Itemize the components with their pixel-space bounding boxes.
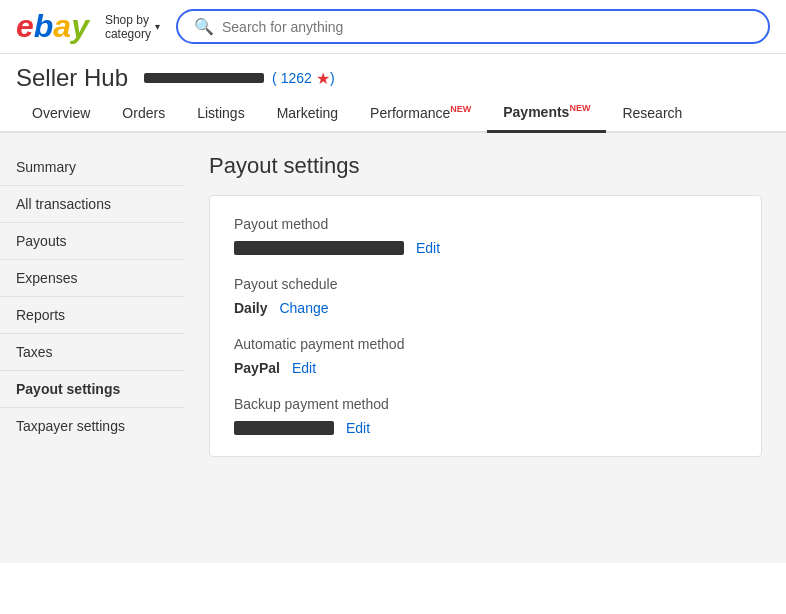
seller-hub-title: Seller Hub [16, 64, 128, 92]
search-bar[interactable]: 🔍 [176, 9, 770, 44]
automatic-payment-label: Automatic payment method [234, 336, 737, 352]
tab-marketing-label: Marketing [277, 105, 338, 121]
sidebar: Summary All transactions Payouts Expense… [0, 133, 185, 563]
backup-payment-row: Edit [234, 420, 737, 436]
tab-listings-label: Listings [197, 105, 244, 121]
tab-overview[interactable]: Overview [16, 97, 106, 131]
payout-method-label: Payout method [234, 216, 737, 232]
payout-settings-card: Payout method Edit Payout schedule Daily… [209, 195, 762, 457]
sidebar-item-expenses[interactable]: Expenses [0, 260, 185, 297]
main-layout: Summary All transactions Payouts Expense… [0, 133, 786, 563]
automatic-payment-section: Automatic payment method PayPal Edit [234, 336, 737, 376]
backup-payment-section: Backup payment method Edit [234, 396, 737, 436]
tab-orders-label: Orders [122, 105, 165, 121]
payout-schedule-section: Payout schedule Daily Change [234, 276, 737, 316]
backup-payment-masked [234, 421, 334, 435]
tab-orders[interactable]: Orders [106, 97, 181, 131]
main-content: Payout settings Payout method Edit Payou… [185, 133, 786, 563]
sidebar-item-taxpayer-settings-label: Taxpayer settings [16, 418, 125, 434]
page-title: Payout settings [209, 153, 762, 179]
sidebar-item-all-transactions[interactable]: All transactions [0, 186, 185, 223]
search-input[interactable] [222, 19, 752, 35]
sidebar-item-payouts-label: Payouts [16, 233, 67, 249]
payments-new-badge: NEW [569, 103, 590, 113]
backup-payment-label: Backup payment method [234, 396, 737, 412]
tab-performance-label: Performance [370, 105, 450, 121]
payout-method-masked [234, 241, 404, 255]
payout-method-section: Payout method Edit [234, 216, 737, 256]
sidebar-item-payout-settings-label: Payout settings [16, 381, 120, 397]
sidebar-item-reports-label: Reports [16, 307, 65, 323]
sidebar-item-payout-settings[interactable]: Payout settings [0, 371, 185, 408]
seller-hub-bar-right: ( 1262 ★ ) [144, 69, 339, 88]
logo-y: y [71, 8, 89, 45]
payout-method-edit-button[interactable]: Edit [416, 240, 440, 256]
feedback-bar [144, 73, 264, 83]
sidebar-item-taxes[interactable]: Taxes [0, 334, 185, 371]
feedback-count[interactable]: ( [272, 70, 277, 86]
seller-hub-bar: Seller Hub ( 1262 ★ ) [0, 54, 786, 96]
tab-research-label: Research [622, 105, 682, 121]
tab-research[interactable]: Research [606, 97, 698, 131]
logo-b: b [34, 8, 54, 45]
payout-schedule-row: Daily Change [234, 300, 737, 316]
tab-payments-label: Payments [503, 104, 569, 120]
tab-performance[interactable]: PerformanceNEW [354, 97, 487, 131]
tab-marketing[interactable]: Marketing [261, 97, 354, 131]
payout-schedule-label: Payout schedule [234, 276, 737, 292]
shop-by-category[interactable]: Shop bycategory ▾ [105, 13, 160, 41]
payout-schedule-value: Daily [234, 300, 267, 316]
payout-method-row: Edit [234, 240, 737, 256]
tab-overview-label: Overview [32, 105, 90, 121]
automatic-payment-value: PayPal [234, 360, 280, 376]
site-header: e b a y Shop bycategory ▾ 🔍 [0, 0, 786, 54]
shop-by-label: Shop bycategory [105, 13, 151, 41]
feedback-number[interactable]: 1262 [281, 70, 312, 86]
logo-e: e [16, 8, 34, 45]
tab-payments[interactable]: PaymentsNEW [487, 96, 606, 133]
performance-new-badge: NEW [450, 104, 471, 114]
automatic-payment-row: PayPal Edit [234, 360, 737, 376]
backup-payment-edit-button[interactable]: Edit [346, 420, 370, 436]
sidebar-item-summary-label: Summary [16, 159, 76, 175]
payout-schedule-change-button[interactable]: Change [279, 300, 328, 316]
sidebar-item-payouts[interactable]: Payouts [0, 223, 185, 260]
sidebar-item-taxpayer-settings[interactable]: Taxpayer settings [0, 408, 185, 444]
nav-tabs: Overview Orders Listings Marketing Perfo… [0, 96, 786, 133]
search-icon: 🔍 [194, 17, 214, 36]
sidebar-item-summary[interactable]: Summary [0, 149, 185, 186]
feedback-close: ) [330, 70, 335, 86]
tab-listings[interactable]: Listings [181, 97, 260, 131]
sidebar-item-reports[interactable]: Reports [0, 297, 185, 334]
sidebar-item-all-transactions-label: All transactions [16, 196, 111, 212]
ebay-logo[interactable]: e b a y [16, 8, 89, 45]
sidebar-item-taxes-label: Taxes [16, 344, 53, 360]
star-icon[interactable]: ★ [316, 69, 330, 88]
logo-a: a [53, 8, 71, 45]
sidebar-item-expenses-label: Expenses [16, 270, 77, 286]
chevron-down-icon: ▾ [155, 21, 160, 32]
automatic-payment-edit-button[interactable]: Edit [292, 360, 316, 376]
